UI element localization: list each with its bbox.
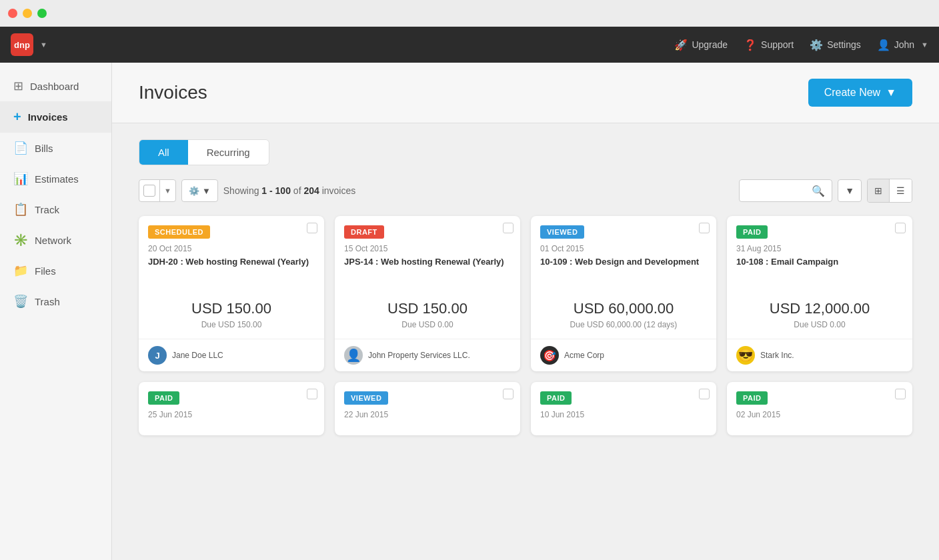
sidebar-item-label: Track — [35, 204, 59, 215]
card-checkbox[interactable] — [699, 389, 710, 399]
card-footer: 👤 John Property Services LLC. — [335, 339, 520, 371]
card-footer: 😎 Stark Inc. — [727, 339, 912, 371]
sidebar-item-estimates[interactable]: 📊 Estimates — [0, 163, 111, 194]
upgrade-label: Upgrade — [692, 39, 728, 50]
list-view-button[interactable]: ☰ — [890, 179, 912, 202]
user-menu[interactable]: 👤 John ▼ — [877, 39, 928, 51]
card-checkbox[interactable] — [503, 389, 514, 399]
settings-button[interactable]: ⚙️ Settings — [810, 39, 861, 51]
card-checkbox[interactable] — [307, 223, 317, 233]
card-footer: 🎯 Acme Corp — [531, 339, 716, 371]
sidebar-item-label: Files — [35, 265, 56, 277]
dashboard-icon: ⊞ — [13, 79, 23, 93]
amount-due: Due USD 0.00 — [335, 320, 520, 329]
invoice-card: PAID 31 Aug 2015 10-108 : Email Campaign… — [727, 216, 912, 371]
sidebar-item-dashboard[interactable]: ⊞ Dashboard — [0, 71, 111, 101]
select-all-dropdown[interactable]: ▼ — [139, 179, 176, 202]
status-badge: VIEWED — [540, 225, 584, 239]
sidebar-item-bills[interactable]: 📄 Bills — [0, 133, 111, 163]
amount-value: USD 150.00 — [139, 300, 324, 317]
client-name: John Property Services LLC. — [368, 351, 470, 360]
select-all-caret[interactable]: ▼ — [159, 180, 175, 201]
sidebar-item-track[interactable]: 📋 Track — [0, 194, 111, 225]
tab-all[interactable]: All — [139, 140, 188, 165]
invoice-card: PAID 25 Jun 2015 — [139, 382, 324, 435]
search-box[interactable]: 🔍 — [739, 179, 832, 202]
minimize-button[interactable] — [23, 9, 32, 18]
search-icon: 🔍 — [812, 185, 825, 197]
sidebar-item-label: Network — [35, 235, 71, 246]
tab-recurring[interactable]: Recurring — [188, 140, 269, 165]
card-date: 01 Oct 2015 — [540, 244, 707, 253]
support-label: Support — [761, 39, 794, 50]
amount-due: Due USD 60,000.00 (12 days) — [531, 320, 716, 329]
card-date: 31 Aug 2015 — [736, 244, 903, 253]
support-button[interactable]: ❓ Support — [744, 39, 794, 51]
sidebar: ⊞ Dashboard + Invoices 📄 Bills 📊 Estimat… — [0, 63, 112, 560]
card-amount: USD 150.00 — [139, 289, 324, 320]
toolbar: ▼ ⚙️ ▼ Showing 1 - 100 of 204 invoices 🔍 — [139, 179, 912, 203]
client-name: Jane Doe LLC — [172, 351, 223, 360]
user-icon: 👤 — [877, 39, 890, 51]
amount-due: Due USD 150.00 — [139, 320, 324, 329]
search-input[interactable] — [746, 186, 812, 196]
invoice-card: PAID 10 Jun 2015 — [531, 382, 716, 435]
card-body: 15 Oct 2015 JPS-14 : Web hosting Renewal… — [335, 239, 520, 289]
amount-value: USD 60,000.00 — [531, 300, 716, 317]
sidebar-item-network[interactable]: ✳️ Network — [0, 225, 111, 255]
sidebar-item-files[interactable]: 📁 Files — [0, 255, 111, 286]
bulk-actions-button[interactable]: ⚙️ ▼ — [181, 179, 218, 202]
card-body: 10 Jun 2015 — [531, 405, 716, 431]
select-all-checkbox[interactable] — [143, 185, 155, 197]
logo: dnp — [11, 33, 33, 56]
content-area: All Recurring ▼ ⚙️ ▼ Showing 1 - 100 of … — [112, 123, 939, 451]
page-title: Invoices — [139, 82, 207, 103]
card-date: 10 Jun 2015 — [540, 410, 707, 419]
avatar: J — [148, 346, 167, 365]
card-title: JDH-20 : Web hosting Renewal (Yearly) — [148, 256, 315, 280]
tab-group: All Recurring — [139, 139, 269, 165]
card-checkbox[interactable] — [895, 389, 906, 399]
maximize-button[interactable] — [37, 9, 47, 18]
card-checkbox[interactable] — [307, 389, 317, 399]
grid-icon: ⊞ — [874, 185, 882, 196]
avatar: 😎 — [736, 346, 755, 365]
card-title: 10-108 : Email Campaign — [736, 256, 903, 280]
card-checkbox[interactable] — [503, 223, 514, 233]
card-title: JPS-14 : Web hosting Renewal (Yearly) — [344, 256, 511, 280]
status-badge: PAID — [540, 391, 572, 405]
card-checkbox[interactable] — [699, 223, 710, 233]
view-toggle: ⊞ ☰ — [867, 179, 912, 203]
sidebar-item-trash[interactable]: 🗑️ Trash — [0, 286, 111, 317]
logo-dropdown-icon: ▼ — [40, 41, 47, 49]
topnav: dnp ▼ 🚀 Upgrade ❓ Support ⚙️ Settings 👤 … — [0, 27, 939, 63]
card-footer: J Jane Doe LLC — [139, 339, 324, 371]
invoices-icon: + — [13, 109, 21, 125]
card-body: 25 Jun 2015 — [139, 405, 324, 431]
close-button[interactable] — [8, 9, 17, 18]
filter-icon: ▼ — [845, 185, 854, 196]
topnav-logo-area[interactable]: dnp ▼ — [11, 33, 47, 56]
amount-value: USD 12,000.00 — [727, 300, 912, 317]
card-body: 22 Jun 2015 — [335, 405, 520, 431]
filter-button[interactable]: ▼ — [838, 179, 862, 202]
toolbar-left: ▼ ⚙️ ▼ Showing 1 - 100 of 204 invoices — [139, 179, 734, 202]
upgrade-button[interactable]: 🚀 Upgrade — [674, 39, 728, 51]
network-icon: ✳️ — [13, 233, 28, 247]
showing-text: Showing 1 - 100 of 204 invoices — [223, 185, 356, 196]
card-body: 01 Oct 2015 10-109 : Web Design and Deve… — [531, 239, 716, 289]
card-checkbox[interactable] — [895, 223, 906, 233]
card-title: 10-109 : Web Design and Development — [540, 256, 707, 280]
invoice-card: VIEWED 01 Oct 2015 10-109 : Web Design a… — [531, 216, 716, 371]
amount-due: Due USD 0.00 — [727, 320, 912, 329]
grid-view-button[interactable]: ⊞ — [868, 179, 890, 202]
trash-icon: 🗑️ — [13, 294, 28, 309]
status-badge: PAID — [148, 391, 179, 405]
sidebar-item-label: Dashboard — [30, 81, 79, 92]
sidebar-item-invoices[interactable]: + Invoices — [0, 101, 111, 133]
invoice-card: PAID 02 Jun 2015 — [727, 382, 912, 435]
create-new-button[interactable]: Create New ▼ — [808, 79, 912, 107]
support-icon: ❓ — [744, 39, 757, 51]
card-date: 20 Oct 2015 — [148, 244, 315, 253]
sidebar-item-label: Invoices — [28, 111, 68, 123]
